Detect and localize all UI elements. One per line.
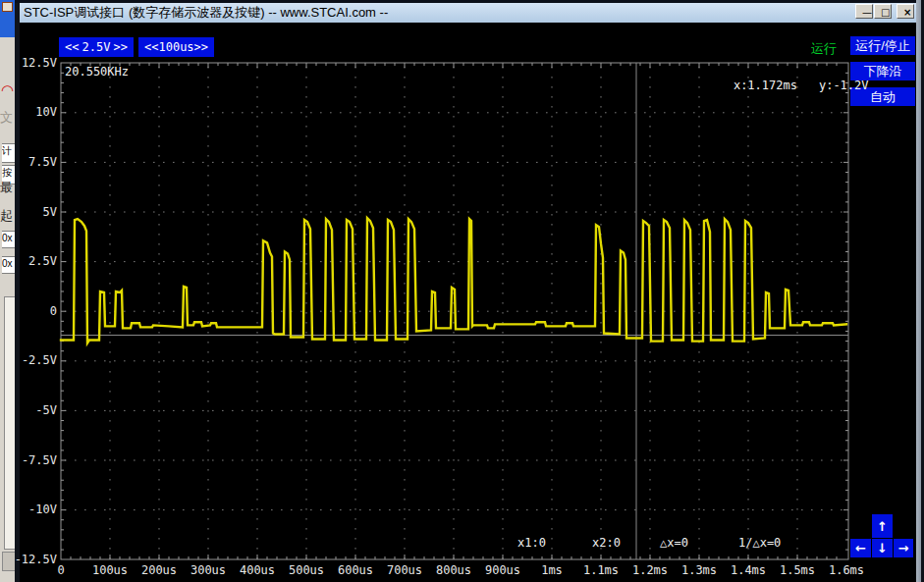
cursor-y-readout: y:-1.2V [819,79,869,92]
arrow-down-icon: ↓ [877,541,888,556]
volt-scale-value: 2.5V [82,40,111,54]
arrow-left-icon: ← [855,541,866,556]
time-scale-decrease[interactable]: << [144,40,158,54]
inverse-delta-x-readout: 1/△x=0 [738,536,781,550]
move-left-button[interactable]: ← [850,539,871,557]
arrow-up-icon: ↑ [877,519,888,534]
delta-x-readout: △x=0 [660,536,688,550]
marker-x1-readout: x1:0 [517,536,546,550]
volt-scale-control[interactable]: << 2.5V >> [59,37,134,57]
time-scale-increase[interactable]: >> [194,40,208,54]
marker-x2-readout: x2:0 [592,536,621,550]
cursor-x-readout: x:1.172ms [734,79,797,92]
run-status-label: 运行 [811,40,837,58]
move-right-button[interactable]: → [894,539,913,557]
waveform-trace [61,218,846,344]
time-scale-value: 100us [158,40,193,54]
cursor-readout: x:1.172msy:-1.2V [705,65,869,106]
run-stop-button[interactable]: 运行/停止 [850,36,915,55]
move-down-button[interactable]: ↓ [872,539,893,557]
volt-scale-increase[interactable]: >> [114,40,128,54]
volt-scale-decrease[interactable]: << [65,40,79,54]
arrow-right-icon: → [898,541,909,556]
move-up-button[interactable]: ↑ [872,514,893,538]
time-scale-control[interactable]: << 100us >> [138,37,214,57]
frequency-readout: 20.550KHz [65,65,129,79]
screen: ◠ 文 计 按 最 起 0x 0x STC-ISP调试接口 (数字存储示波器及按… [0,0,924,582]
